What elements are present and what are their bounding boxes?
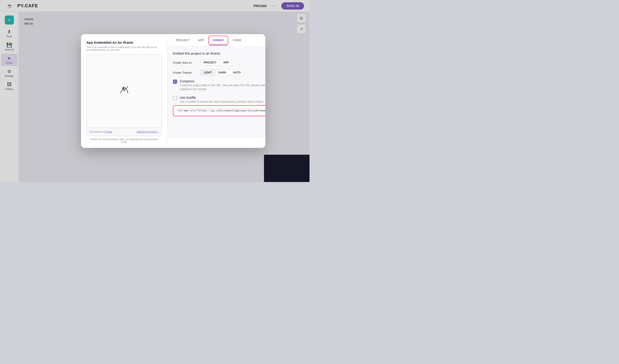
- divider: [173, 93, 265, 96]
- preview-host-icon: 🔗: [89, 131, 92, 133]
- footer-links-app-btn[interactable]: APP: [220, 60, 232, 66]
- embed-title: Embed this project in an iframe.: [173, 51, 265, 55]
- footer-links-project-btn[interactable]: PROJECT: [200, 60, 220, 66]
- preview-footer-left: 🔗 Hosted on Py.Cafe: [89, 131, 112, 133]
- compress-content: Compress Compress project data in the UR…: [180, 79, 265, 91]
- modal-tabs: PROJECT APP EMBED CODE ✕: [168, 34, 265, 46]
- modal-body: Embed this project in an iframe. Footer …: [168, 46, 265, 138]
- footer-theme-light-btn[interactable]: LIGHT: [200, 70, 215, 76]
- preview-cafe-link[interactable]: Py.Cafe: [104, 131, 113, 133]
- tab-code[interactable]: CODE: [229, 37, 245, 44]
- preview-caption: Perfect for documentation sites, or show…: [86, 138, 162, 143]
- compress-checkbox[interactable]: ✓: [173, 80, 177, 84]
- lockfile-label: Use lockfile: [180, 96, 265, 99]
- compress-label: Compress: [180, 79, 265, 83]
- modal-left-title: App Embedded As An Iframe: [86, 41, 162, 44]
- tab-embed[interactable]: EMBED: [209, 37, 227, 44]
- footer-links-label: Footer links to:: [173, 61, 200, 64]
- footer-theme-row: Footer Theme: LIGHT DARK AUTO: [173, 70, 265, 76]
- modal-right-panel: PROJECT APP EMBED CODE ✕ Embed this proj…: [168, 34, 265, 148]
- lockfile-content: Use lockfile Use a lockfile to ensure th…: [180, 96, 265, 104]
- footer-theme-auto-btn[interactable]: AUTO: [230, 70, 244, 76]
- preview-hosted-text: Hosted on: [93, 131, 104, 133]
- preview-footer: 🔗 Hosted on Py.Cafe Edit live on Py.Cafe…: [87, 128, 162, 136]
- preview-edit-link[interactable]: Edit live on Py.Cafe ↗: [137, 131, 159, 133]
- lockfile-checkbox[interactable]: [173, 96, 177, 100]
- lockfile-desc: Use a lockfile to ensure the same depend…: [180, 100, 265, 104]
- modal-left-panel: App Embedded As An Iframe This is an exa…: [81, 34, 168, 148]
- modal-left-subtitle: This is an example of how it might look …: [86, 46, 162, 51]
- preview-body: [87, 55, 162, 128]
- embed-code-wrapper: <iframe src="https://py.cafe/embed?appty…: [173, 105, 265, 116]
- footer-theme-dark-btn[interactable]: DARK: [215, 70, 230, 76]
- footer-theme-label: Footer Theme:: [173, 71, 200, 74]
- footer-theme-btn-group: LIGHT DARK AUTO: [200, 70, 244, 76]
- preview-frame: 🔗 Hosted on Py.Cafe Edit live on Py.Cafe…: [86, 54, 162, 136]
- tab-embed-wrapper: EMBED: [209, 36, 228, 45]
- tab-project[interactable]: PROJECT: [172, 37, 193, 44]
- footer-links-row: Footer links to: PROJECT APP: [173, 59, 265, 66]
- compress-checkbox-row: ✓ Compress Compress project data in the …: [173, 79, 265, 91]
- preview-sparkle-icon: [116, 84, 132, 98]
- compress-desc: Compress project data in the URL. This w…: [180, 84, 265, 91]
- share-modal: App Embedded As An Iframe This is an exa…: [81, 34, 265, 148]
- tab-app[interactable]: APP: [194, 37, 208, 44]
- footer-links-btn-group: PROJECT APP: [200, 59, 232, 66]
- compress-check-icon: ✓: [174, 80, 176, 83]
- lockfile-checkbox-row: Use lockfile Use a lockfile to ensure th…: [173, 96, 265, 104]
- modal-footer: CLOSE: [168, 138, 265, 148]
- embed-code-text: <iframe src="https://py.cafe/embed?appty…: [173, 106, 265, 116]
